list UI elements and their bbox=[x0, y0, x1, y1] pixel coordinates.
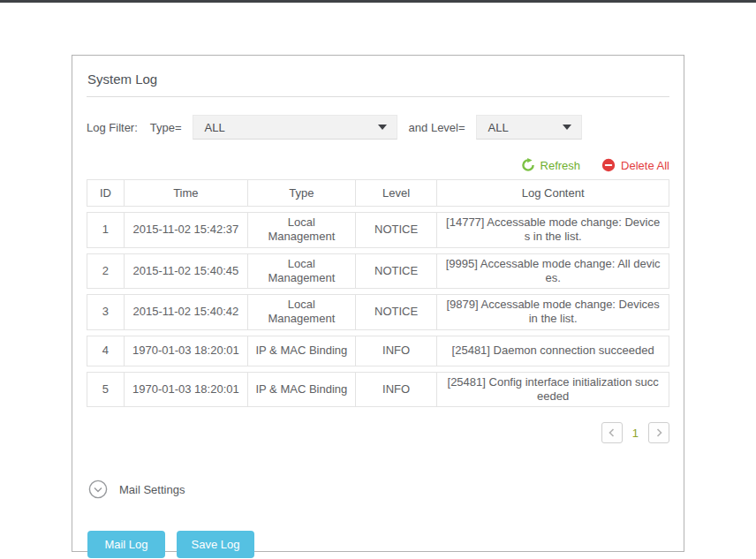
table-row: 5 1970-01-03 18:20:01 IP & MAC Binding I… bbox=[87, 372, 669, 408]
bottom-buttons-row: Mail Log Save Log bbox=[87, 531, 669, 558]
cell-log-content: [25481] Daemon connection succeeded bbox=[437, 336, 669, 366]
level-select[interactable]: ALL bbox=[476, 115, 582, 140]
pagination: 1 bbox=[87, 422, 669, 443]
level-label: and Level= bbox=[409, 121, 465, 134]
header-type: Type bbox=[248, 179, 356, 207]
table-header-row: ID Time Type Level Log Content bbox=[87, 179, 669, 207]
mail-settings-label: Mail Settings bbox=[119, 483, 185, 496]
table-row: 1 2015-11-02 15:42:37 Local Management N… bbox=[87, 212, 669, 248]
mail-log-button[interactable]: Mail Log bbox=[87, 531, 165, 558]
cell-log-content: [9995] Accessable mode change: All devic… bbox=[437, 253, 669, 290]
cell-type: IP & MAC Binding bbox=[248, 372, 356, 408]
cell-time: 2015-11-02 15:40:42 bbox=[125, 294, 248, 330]
delete-all-label: Delete All bbox=[621, 159, 669, 172]
log-filter-label: Log Filter: bbox=[87, 121, 138, 134]
cell-type: IP & MAC Binding bbox=[248, 336, 356, 366]
top-border-line bbox=[0, 0, 756, 3]
cell-type: Local Management bbox=[248, 253, 356, 290]
chevron-right-icon bbox=[652, 426, 666, 440]
mail-settings-toggle[interactable]: Mail Settings bbox=[88, 480, 185, 499]
cell-level: NOTICE bbox=[356, 294, 437, 330]
cell-id: 1 bbox=[87, 212, 125, 248]
system-log-panel: System Log Log Filter: Type= ALL and Lev… bbox=[72, 55, 684, 552]
type-label: Type= bbox=[150, 121, 182, 134]
cell-id: 5 bbox=[87, 372, 125, 408]
cell-id: 3 bbox=[87, 294, 125, 330]
title-divider bbox=[87, 96, 669, 97]
caret-down-icon bbox=[563, 125, 571, 130]
page-title: System Log bbox=[87, 72, 669, 87]
header-time: Time bbox=[125, 179, 248, 207]
header-id: ID bbox=[87, 179, 125, 207]
delete-all-icon bbox=[601, 158, 616, 172]
save-log-button[interactable]: Save Log bbox=[177, 531, 254, 558]
table-row: 3 2015-11-02 15:40:42 Local Management N… bbox=[87, 294, 669, 330]
header-level: Level bbox=[356, 179, 437, 207]
cell-time: 1970-01-03 18:20:01 bbox=[125, 336, 248, 366]
delete-all-button[interactable]: Delete All bbox=[601, 158, 669, 172]
cell-time: 2015-11-02 15:40:45 bbox=[125, 253, 248, 290]
next-page-button[interactable] bbox=[648, 422, 669, 443]
cell-log-content: [14777] Accessable mode change: Devices … bbox=[437, 212, 669, 248]
cell-level: INFO bbox=[356, 372, 437, 408]
cell-log-content: [9879] Accessable mode change: Devices i… bbox=[437, 294, 669, 330]
type-select-value: ALL bbox=[205, 121, 225, 134]
table-actions-row: Refresh Delete All bbox=[87, 158, 669, 172]
cell-level: NOTICE bbox=[356, 212, 437, 248]
cell-time: 1970-01-03 18:20:01 bbox=[125, 372, 248, 408]
cell-id: 2 bbox=[87, 253, 125, 290]
log-filter-row: Log Filter: Type= ALL and Level= ALL bbox=[87, 115, 669, 140]
current-page-number: 1 bbox=[632, 427, 639, 440]
prev-page-button[interactable] bbox=[601, 422, 623, 443]
log-table: ID Time Type Level Log Content 1 2015-11… bbox=[87, 174, 669, 412]
cell-log-content: [25481] Config interface initialization … bbox=[437, 372, 669, 408]
table-row: 4 1970-01-03 18:20:01 IP & MAC Binding I… bbox=[87, 336, 669, 366]
refresh-icon bbox=[521, 158, 535, 172]
header-log-content: Log Content bbox=[437, 179, 669, 207]
cell-level: INFO bbox=[356, 336, 437, 366]
refresh-label: Refresh bbox=[541, 159, 581, 172]
cell-level: NOTICE bbox=[356, 253, 437, 290]
cell-time: 2015-11-02 15:42:37 bbox=[125, 212, 248, 248]
cell-type: Local Management bbox=[248, 212, 356, 248]
chevron-down-circle-icon bbox=[88, 480, 108, 499]
cell-id: 4 bbox=[87, 336, 125, 366]
type-select[interactable]: ALL bbox=[193, 115, 397, 140]
refresh-button[interactable]: Refresh bbox=[521, 158, 581, 172]
cell-type: Local Management bbox=[248, 294, 356, 330]
level-select-value: ALL bbox=[488, 121, 509, 134]
chevron-left-icon bbox=[605, 426, 619, 440]
caret-down-icon bbox=[378, 125, 387, 130]
table-row: 2 2015-11-02 15:40:45 Local Management N… bbox=[87, 253, 669, 290]
